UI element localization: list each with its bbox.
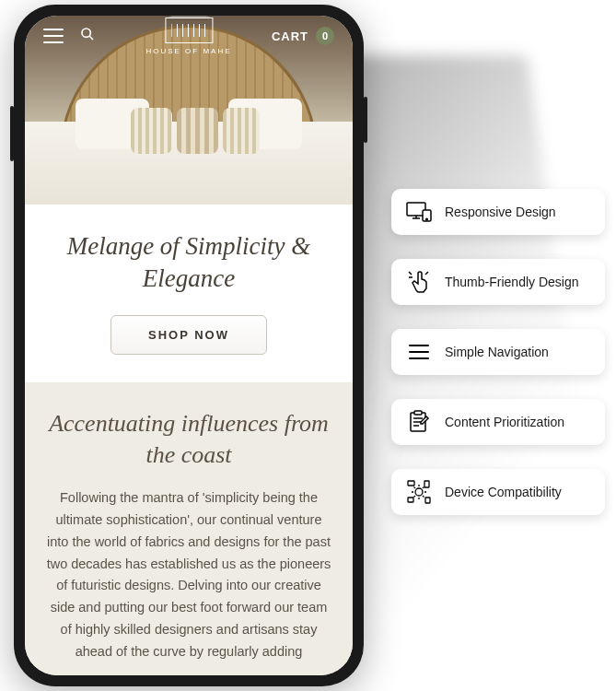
about-heading: Accentuating influences from the coast [43,408,334,471]
feature-label: Thumb-Friendly Design [445,275,579,289]
clipboard-icon [406,409,432,435]
svg-rect-19 [408,481,414,486]
thumb-icon [406,269,432,295]
svg-line-7 [409,272,412,275]
feature-label: Simple Navigation [445,345,549,359]
svg-point-6 [426,218,428,220]
feature-card-content: Content Prioritization [391,399,605,445]
cart-count-badge: 0 [316,27,334,45]
feature-card-compatibility: Device Compatibility [391,469,605,515]
svg-point-0 [82,29,90,37]
about-body: Following the mantra of 'simplicity bein… [43,487,334,663]
svg-line-9 [425,272,428,275]
svg-point-18 [415,488,423,496]
svg-rect-21 [408,498,413,502]
gear-devices-icon [406,479,432,505]
svg-line-1 [89,36,93,40]
feature-label: Device Compatibility [445,485,562,499]
devices-icon [406,199,432,225]
cart-button[interactable]: CART 0 [272,27,334,45]
app-header: HOUSE OF MAHE CART 0 [25,27,353,45]
feature-label: Content Prioritization [445,415,564,429]
cart-label: CART [272,29,308,43]
search-icon[interactable] [80,27,95,45]
feature-card-thumb: Thumb-Friendly Design [391,259,605,305]
svg-rect-14 [414,411,422,415]
feature-card-navigation: Simple Navigation [391,329,605,375]
about-section: Accentuating influences from the coast F… [25,382,353,675]
logo-text: HOUSE OF MAHE [145,47,231,55]
hero-heading: Melange of Simplicity & Elegance [43,230,334,295]
svg-rect-20 [424,481,429,487]
menu-lines-icon [406,339,432,365]
hero-content: Melange of Simplicity & Elegance SHOP NO… [25,205,353,382]
phone-mockup: HOUSE OF MAHE CART 0 Melange of Simplici… [14,5,364,686]
svg-rect-22 [425,498,430,503]
feature-callouts: Responsive Design Thumb-Friendly Design … [391,189,605,515]
feature-card-responsive: Responsive Design [391,189,605,235]
feature-label: Responsive Design [445,205,556,219]
shop-now-button[interactable]: SHOP NOW [110,315,267,355]
phone-screen: HOUSE OF MAHE CART 0 Melange of Simplici… [25,16,353,675]
hamburger-menu-icon[interactable] [43,29,64,43]
hero-section: HOUSE OF MAHE CART 0 [25,16,353,205]
brand-logo[interactable]: HOUSE OF MAHE [145,18,231,55]
